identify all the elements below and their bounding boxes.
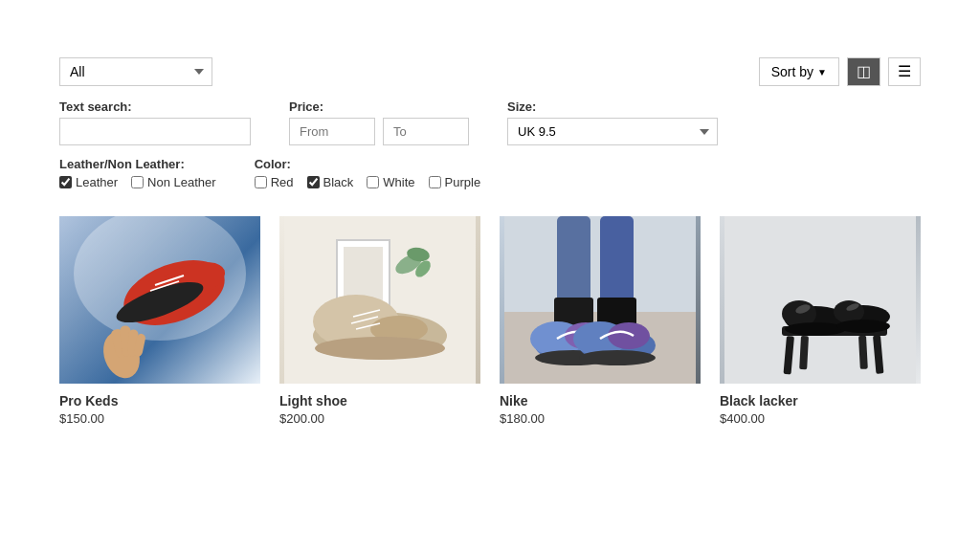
black-checkbox-label: Black [323, 175, 354, 189]
product-name-black-lacker: Black lacker [720, 393, 921, 408]
product-price-nike: $180.00 [500, 411, 701, 426]
product-image-pro-keds [59, 216, 260, 384]
leather-checkbox-item[interactable]: Leather [59, 175, 118, 189]
product-name-nike: Nike [500, 393, 701, 408]
size-select[interactable]: UK 9.5 UK 8 UK 9 UK 10 UK 11 [507, 118, 718, 145]
product-image-black-lacker [720, 216, 921, 384]
purple-checkbox-item[interactable]: Purple [429, 175, 481, 189]
svg-point-47 [785, 322, 846, 336]
product-name-pro-keds: Pro Keds [59, 393, 260, 408]
color-checkbox-items: Red Black White Purple [255, 175, 480, 189]
top-right-controls: Sort by ▼ ◫ ☰ [759, 57, 921, 86]
price-group: Price: [289, 99, 469, 145]
purple-checkbox-label: Purple [445, 175, 481, 189]
product-name-light-shoe: Light shoe [279, 393, 480, 408]
leather-filter-group: Leather/Non Leather: Leather Non Leather [59, 157, 216, 189]
svg-rect-14 [344, 247, 383, 300]
size-label: Size: [507, 99, 718, 114]
white-checkbox-item[interactable]: White [367, 175, 414, 189]
non-leather-checkbox-item[interactable]: Non Leather [131, 175, 216, 189]
sort-button[interactable]: Sort by ▼ [759, 57, 839, 86]
red-checkbox-item[interactable]: Red [255, 175, 294, 189]
black-checkbox-item[interactable]: Black [307, 175, 354, 189]
non-leather-checkbox[interactable] [131, 176, 144, 188]
top-bar: All Sneakers Boots Sandals Sort by ▼ ◫ ☰ [59, 57, 921, 86]
product-card-nike[interactable]: Nike $180.00 [500, 216, 701, 426]
leather-checkbox-items: Leather Non Leather [59, 175, 216, 189]
category-select[interactable]: All Sneakers Boots Sandals [59, 57, 212, 86]
color-filter-group: Color: Red Black White Purple [255, 157, 480, 189]
svg-rect-39 [724, 216, 916, 384]
purple-checkbox[interactable] [429, 176, 441, 188]
text-search-label: Text search: [59, 99, 251, 114]
product-card-black-lacker[interactable]: Black lacker $400.00 [720, 216, 921, 426]
price-inputs [289, 118, 469, 145]
product-price-pro-keds: $150.00 [59, 411, 260, 426]
svg-point-37 [608, 322, 650, 349]
main-container: All Sneakers Boots Sandals Sort by ▼ ◫ ☰… [59, 57, 921, 426]
non-leather-checkbox-label: Non Leather [147, 175, 216, 189]
leather-checkbox-label: Leather [76, 175, 118, 189]
price-label: Price: [289, 99, 469, 114]
filters-row: Text search: Price: Size: UK 9.5 UK 8 UK… [59, 99, 921, 145]
size-group: Size: UK 9.5 UK 8 UK 9 UK 10 UK 11 [507, 99, 718, 145]
products-grid: Pro Keds $150.00 [59, 216, 921, 426]
sort-arrow-icon: ▼ [817, 67, 827, 77]
product-image-nike [500, 216, 701, 384]
color-filter-label: Color: [255, 157, 480, 171]
grid-icon: ◫ [857, 63, 871, 79]
grid-view-button[interactable]: ◫ [847, 57, 880, 86]
white-checkbox-label: White [383, 175, 414, 189]
leather-checkbox[interactable] [59, 176, 72, 188]
white-checkbox[interactable] [367, 176, 379, 188]
svg-point-38 [579, 350, 656, 365]
product-card-light-shoe[interactable]: Light shoe $200.00 [279, 216, 480, 426]
red-checkbox-label: Red [271, 175, 294, 189]
price-from-input[interactable] [289, 118, 375, 145]
checkboxes-row: Leather/Non Leather: Leather Non Leather… [59, 157, 921, 189]
price-to-input[interactable] [383, 118, 469, 145]
product-price-light-shoe: $200.00 [279, 411, 480, 426]
black-checkbox[interactable] [307, 176, 320, 188]
list-view-button[interactable]: ☰ [888, 57, 921, 86]
svg-point-51 [836, 320, 890, 333]
sort-label: Sort by [771, 64, 813, 79]
svg-point-21 [315, 337, 445, 360]
leather-filter-label: Leather/Non Leather: [59, 157, 216, 171]
product-price-black-lacker: $400.00 [720, 411, 921, 426]
product-card-pro-keds[interactable]: Pro Keds $150.00 [59, 216, 260, 426]
text-search-input[interactable] [59, 118, 251, 145]
list-icon: ☰ [898, 63, 911, 79]
red-checkbox[interactable] [255, 176, 267, 188]
text-search-group: Text search: [59, 99, 251, 145]
product-image-light-shoe [279, 216, 480, 384]
